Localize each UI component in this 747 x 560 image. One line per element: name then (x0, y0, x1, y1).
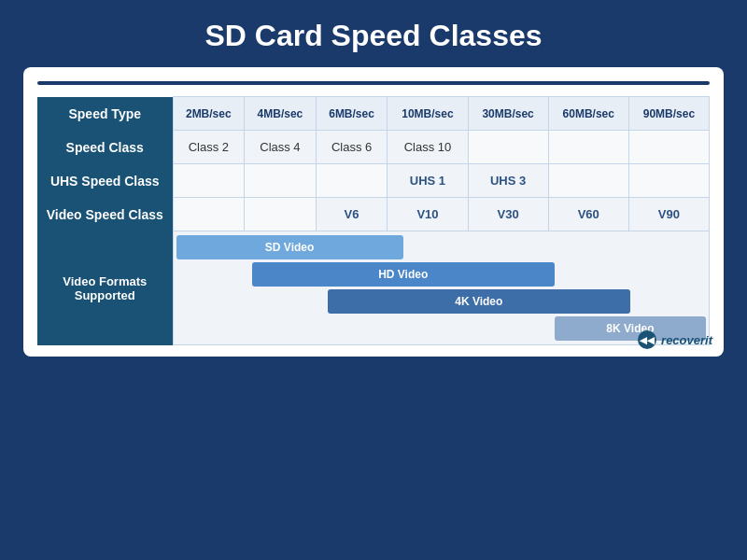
vs-v30: V30 (468, 198, 548, 231)
speed-col-7: 90MB/sec (628, 97, 709, 131)
logo-icon-symbol: ◀◀ (640, 335, 655, 345)
sc-empty7 (628, 131, 709, 164)
uhs-speed-class-row: UHS Speed Class UHS 1 UHS 3 (37, 164, 710, 198)
video-bars-layout: SD Video HD Video 4K Video (174, 231, 710, 344)
vs-v10: V10 (388, 198, 468, 231)
vs-v60: V60 (548, 198, 628, 231)
8k-video-bar-row: 8K Video (176, 316, 707, 341)
sd-video-bar-row: SD Video (176, 235, 707, 259)
sc-class10: Class 10 (388, 131, 468, 164)
sd-video-label: SD Video (265, 241, 314, 254)
sc-class4: Class 4 (245, 131, 317, 164)
speed-col-2: 4MB/sec (245, 97, 317, 131)
logo-text: recoverit (661, 333, 712, 347)
hd-video-bar-row: HD Video (176, 262, 707, 287)
speed-col-5: 30MB/sec (468, 97, 548, 131)
video-speed-class-row: Video Speed Class V6 V10 V30 V60 V90 (37, 198, 710, 231)
uhs-empty7 (628, 164, 709, 198)
uhs-empty3 (316, 164, 388, 198)
speed-col-3: 6MB/sec (316, 97, 388, 131)
4k-video-label: 4K Video (455, 295, 502, 308)
4k-video-bar-row: 4K Video (176, 289, 707, 314)
hd-video-label: HD Video (378, 268, 428, 281)
speed-class-label: Speed Class (37, 131, 173, 164)
video-speed-label: Video Speed Class (37, 198, 173, 231)
sc-class2: Class 2 (173, 131, 245, 164)
logo-icon: ◀◀ (638, 330, 656, 349)
sc-class6: Class 6 (316, 131, 388, 164)
video-bars-container: SD Video HD Video 4K Video (173, 231, 710, 345)
vs-empty2 (245, 198, 317, 231)
uhs-1: UHS 1 (388, 164, 468, 198)
speed-col-6: 60MB/sec (548, 97, 628, 131)
vs-v6: V6 (316, 198, 388, 231)
speed-table: Speed Type 2MB/sec 4MB/sec 6MB/sec 10MB/… (37, 96, 710, 345)
uhs-3: UHS 3 (468, 164, 548, 198)
sc-empty5 (468, 131, 548, 164)
vs-v90: V90 (628, 198, 709, 231)
sd-video-bar: SD Video (176, 235, 403, 259)
top-divider (37, 81, 710, 85)
4k-video-bar: 4K Video (328, 289, 630, 314)
video-formats-row: Video Formats Supported SD Video HD Vi (37, 231, 710, 345)
recoverit-logo: ◀◀ recoverit (638, 330, 712, 349)
speed-col-4: 10MB/sec (388, 97, 468, 131)
uhs-empty6 (548, 164, 628, 198)
vs-empty1 (173, 198, 245, 231)
speed-class-row: Speed Class Class 2 Class 4 Class 6 Clas… (37, 131, 710, 164)
speed-type-row: Speed Type 2MB/sec 4MB/sec 6MB/sec 10MB/… (37, 97, 710, 131)
uhs-empty1 (173, 164, 245, 198)
video-formats-label: Video Formats Supported (37, 231, 173, 345)
page-title: SD Card Speed Classes (204, 0, 542, 67)
uhs-label: UHS Speed Class (37, 164, 173, 198)
sc-empty6 (548, 131, 628, 164)
hd-video-bar: HD Video (252, 262, 555, 287)
speed-col-1: 2MB/sec (173, 97, 245, 131)
uhs-empty2 (245, 164, 317, 198)
info-card: Speed Type 2MB/sec 4MB/sec 6MB/sec 10MB/… (23, 67, 724, 357)
speed-type-label: Speed Type (37, 97, 173, 131)
